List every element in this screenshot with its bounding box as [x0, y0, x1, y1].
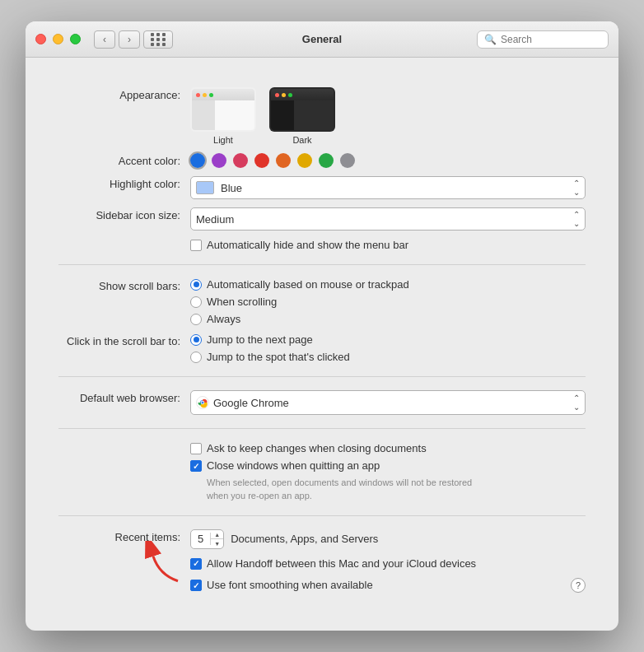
accent-red[interactable] [254, 153, 269, 168]
scroll-bars-row: Show scroll bars: Automatically based on… [58, 278, 586, 325]
scroll-click-label: Click in the scroll bar to: [58, 333, 190, 347]
documents-controls: Ask to keep changes when closing documen… [190, 442, 586, 502]
menu-bar-row: Automatically hide and show the menu bar [58, 239, 586, 251]
documents-label [58, 442, 190, 444]
accent-pink[interactable] [233, 153, 248, 168]
recent-items-suffix: Documents, Apps, and Servers [231, 533, 378, 545]
browser-arrow-icon: ⌃⌄ [573, 394, 580, 412]
grid-icon [151, 33, 166, 46]
highlight-color-controls: Blue ⌃⌄ [190, 176, 586, 199]
font-smoothing-text: Use font smoothing when available [207, 579, 373, 591]
browser-row: Default web browser: [58, 390, 586, 415]
sidebar-size-dropdown[interactable]: Medium ⌃⌄ [190, 207, 586, 231]
grid-view-button[interactable] [143, 30, 173, 49]
recent-items-row: Recent items: 5 ▲ ▼ Documents, Apps, and… [58, 529, 586, 549]
stepper-value: 5 [191, 533, 211, 545]
jump-spot-label: Jump to the spot that's clicked [207, 351, 350, 363]
sidebar-icon-size-label: Sidebar icon size: [58, 207, 190, 221]
search-icon: 🔍 [484, 34, 497, 45]
stepper-arrows: ▲ ▼ [211, 530, 223, 548]
appearance-label: Appearance: [58, 87, 190, 101]
dark-theme-option[interactable]: Dark [269, 87, 335, 145]
accent-orange[interactable] [276, 153, 291, 168]
browser-dropdown[interactable]: Google Chrome ⌃⌄ [190, 390, 586, 415]
browser-label: Default web browser: [58, 390, 190, 404]
scroll-always-radio[interactable] [190, 314, 202, 325]
window-title: General [302, 33, 342, 45]
highlight-swatch [196, 181, 214, 194]
nav-buttons: ‹ › [94, 30, 140, 49]
close-windows-label: Close windows when quitting an app [207, 459, 380, 472]
close-windows-checkbox[interactable] [190, 460, 202, 472]
highlight-dropdown[interactable]: Blue ⌃⌄ [190, 176, 586, 199]
handoff-checkbox-row: Allow Handoff between this Mac and your … [190, 557, 586, 570]
handoff-checkbox[interactable] [190, 558, 202, 570]
accent-purple[interactable] [212, 153, 226, 168]
stepper-up-button[interactable]: ▲ [211, 530, 223, 540]
menu-bar-checkbox[interactable] [190, 240, 202, 251]
close-button[interactable] [35, 34, 46, 44]
jump-next-label: Jump to the next page [207, 333, 313, 346]
browser-controls: Google Chrome ⌃⌄ [190, 390, 586, 415]
dark-theme-thumb [269, 87, 335, 132]
sidebar-size-arrow-icon: ⌃⌄ [573, 210, 580, 228]
ask-close-label: Ask to keep changes when closing documen… [207, 442, 427, 454]
close-windows-row: Close windows when quitting an app [190, 459, 586, 472]
highlight-arrow-icon: ⌃⌄ [573, 179, 580, 197]
jump-spot-radio[interactable] [190, 352, 202, 363]
menu-bar-checkbox-row: Automatically hide and show the menu bar [190, 239, 586, 251]
highlight-color-label: Highlight color: [58, 176, 190, 190]
accent-green[interactable] [319, 153, 334, 168]
ask-close-checkbox[interactable] [190, 443, 202, 454]
back-button[interactable]: ‹ [94, 30, 115, 49]
font-smoothing-row: Use font smoothing when available ? [58, 578, 586, 593]
search-box[interactable]: 🔍 [477, 30, 609, 49]
search-input[interactable] [501, 34, 601, 45]
light-theme-thumb [190, 87, 256, 132]
documents-row: Ask to keep changes when closing documen… [58, 442, 586, 502]
menu-bar-label [58, 239, 190, 240]
font-smoothing-checkbox-row: Use font smoothing when available [190, 579, 571, 591]
scroll-scrolling-radio[interactable] [190, 296, 202, 308]
light-theme-option[interactable]: Light [190, 87, 256, 145]
documents-subtext: When selected, open documents and window… [207, 477, 586, 502]
scroll-scrolling-row: When scrolling [190, 296, 586, 308]
highlight-color-row: Highlight color: Blue ⌃⌄ [58, 176, 586, 199]
jump-spot-row: Jump to the spot that's clicked [190, 351, 586, 363]
appearance-controls: Light [190, 87, 586, 145]
scroll-click-controls: Jump to the next page Jump to the spot t… [190, 333, 586, 363]
scroll-scrolling-label: When scrolling [207, 296, 277, 308]
forward-button[interactable]: › [119, 30, 140, 49]
scroll-always-label: Always [207, 313, 240, 325]
light-label: Light [213, 135, 233, 145]
accent-graphite[interactable] [340, 153, 355, 168]
scroll-always-row: Always [190, 313, 586, 325]
recent-items-controls: 5 ▲ ▼ Documents, Apps, and Servers [190, 529, 586, 549]
settings-window: ‹ › General 🔍 Appearance: [26, 21, 618, 631]
browser-value: Google Chrome [213, 397, 569, 409]
accent-yellow[interactable] [297, 153, 312, 168]
sidebar-size-value: Medium [196, 213, 570, 226]
stepper-down-button[interactable]: ▼ [211, 539, 223, 548]
sidebar-icon-size-controls: Medium ⌃⌄ [190, 207, 586, 231]
appearance-row: Appearance: [58, 87, 586, 145]
accent-color-swatches [190, 153, 586, 168]
accent-color-row: Accent color: [58, 153, 586, 168]
minimize-button[interactable] [53, 34, 63, 44]
help-button[interactable]: ? [571, 578, 586, 593]
jump-next-radio[interactable] [190, 334, 202, 346]
content-area: Appearance: [26, 58, 618, 631]
chrome-icon [196, 396, 209, 409]
titlebar: ‹ › General 🔍 [26, 21, 618, 58]
scroll-click-row: Click in the scroll bar to: Jump to the … [58, 333, 586, 363]
accent-blue[interactable] [190, 153, 205, 168]
font-smoothing-checkbox[interactable] [190, 580, 202, 591]
handoff-controls: Allow Handoff between this Mac and your … [190, 557, 586, 570]
scroll-auto-radio[interactable] [190, 279, 202, 291]
recent-items-stepper[interactable]: 5 ▲ ▼ [190, 529, 224, 549]
traffic-lights [35, 34, 81, 44]
dark-label: Dark [292, 135, 311, 145]
accent-color-label: Accent color: [58, 153, 190, 167]
scroll-auto-label: Automatically based on mouse or trackpad [207, 278, 409, 291]
maximize-button[interactable] [70, 34, 81, 44]
